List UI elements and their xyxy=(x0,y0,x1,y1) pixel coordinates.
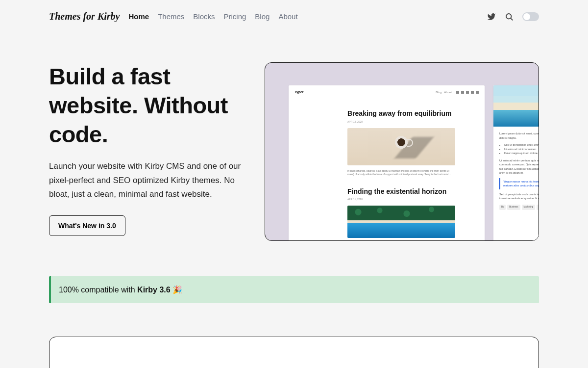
twitter-icon[interactable] xyxy=(487,12,496,21)
sidebar-text: Ut enim ad minim veniam, quis nostrud et… xyxy=(499,158,539,175)
sidebar-bullet: Ut enim ad minima veniam. xyxy=(504,147,539,152)
hero: Build a fast website. Without code. Laun… xyxy=(49,62,539,241)
sidebar-tag: Marketing xyxy=(522,205,536,210)
banner-prefix: 100% compatible with xyxy=(59,286,137,294)
theme-preview: Typer Blog About Breaking away from equi… xyxy=(265,62,539,241)
preview-column-main: Typer Blog About Breaking away from equi… xyxy=(289,85,485,241)
primary-nav: Home Themes Blocks Pricing Blog About xyxy=(128,12,297,21)
preview-brand: Typer xyxy=(294,90,304,94)
preview-column-sidebar: Lorem ipsum dolor sit amet, consectetuer… xyxy=(493,85,539,241)
preview-post-image-aerial xyxy=(347,206,455,238)
preview-post-date: APR 12, 2020 xyxy=(347,120,455,123)
preview-post-title: Breaking away from equilibrium xyxy=(347,109,455,118)
search-icon[interactable] xyxy=(505,12,514,21)
sidebar-tag: Business xyxy=(507,205,520,210)
sidebar-text: Lorem ipsum dolor sit amet, consectetuer… xyxy=(499,131,539,140)
nav-link-pricing[interactable]: Pricing xyxy=(224,12,246,21)
preview-sidebar-image-beach xyxy=(493,85,539,127)
preview-post-title: Finding the existential horizon xyxy=(347,187,455,196)
preview-post: Finding the existential horizon APR 11, … xyxy=(289,187,485,238)
preview-post-image-coffee xyxy=(347,128,455,165)
party-popper-icon: 🎉 xyxy=(172,286,182,294)
nav-link-home[interactable]: Home xyxy=(128,12,149,21)
sidebar-tag: Technology xyxy=(537,205,539,210)
hero-subhead: Launch your website with Kirby CMS and o… xyxy=(49,159,245,202)
nav-link-themes[interactable]: Themes xyxy=(158,12,184,21)
compatibility-banner: 100% compatible with Kirby 3.6 🎉 xyxy=(49,276,539,303)
preview-sidebar-body: Lorem ipsum dolor sit amet, consectetuer… xyxy=(493,127,539,210)
preview-post-date: APR 11, 2020 xyxy=(347,198,455,201)
header: Themes for Kirby Home Themes Blocks Pric… xyxy=(49,0,539,33)
header-actions xyxy=(487,12,539,21)
hero-copy: Build a fast website. Without code. Laun… xyxy=(49,62,245,241)
cta-whats-new-button[interactable]: What's New in 3.0 xyxy=(49,215,125,236)
preview-mini-nav: Typer Blog About xyxy=(289,90,485,99)
svg-line-1 xyxy=(511,18,513,20)
preview-social-icons xyxy=(456,91,479,94)
dark-mode-toggle[interactable] xyxy=(522,12,539,21)
sidebar-tag: By xyxy=(499,205,506,210)
toggle-knob xyxy=(523,13,530,20)
nav-link-about[interactable]: About xyxy=(278,12,297,21)
nav-link-blog[interactable]: Blog xyxy=(255,12,270,21)
sidebar-quote: "Itaque earum rerum hic tenetur a suga r… xyxy=(499,178,539,189)
banner-version: Kirby 3.6 xyxy=(137,286,171,294)
preview-nav-link: Blog xyxy=(436,91,441,94)
preview-post: Breaking away from equilibrium APR 12, 2… xyxy=(289,109,485,177)
preview-nav-link: About xyxy=(444,91,452,94)
sidebar-tags: By Business Marketing Technology xyxy=(499,205,539,210)
brand-logo[interactable]: Themes for Kirby xyxy=(49,11,120,22)
sidebar-text: Sed ut perspiciatis unde omnis iste natu… xyxy=(499,192,539,201)
feature-card xyxy=(49,337,539,368)
sidebar-bullet: Dolor magna quidem dolore. xyxy=(504,151,539,156)
sidebar-bullet: Sed ut perspiciatis unde omnis. xyxy=(504,143,539,147)
preview-post-excerpt: In biomechanics, balance is an ability t… xyxy=(347,169,455,177)
hero-headline: Build a fast website. Without code. xyxy=(49,62,245,149)
nav-link-blocks[interactable]: Blocks xyxy=(193,12,215,21)
